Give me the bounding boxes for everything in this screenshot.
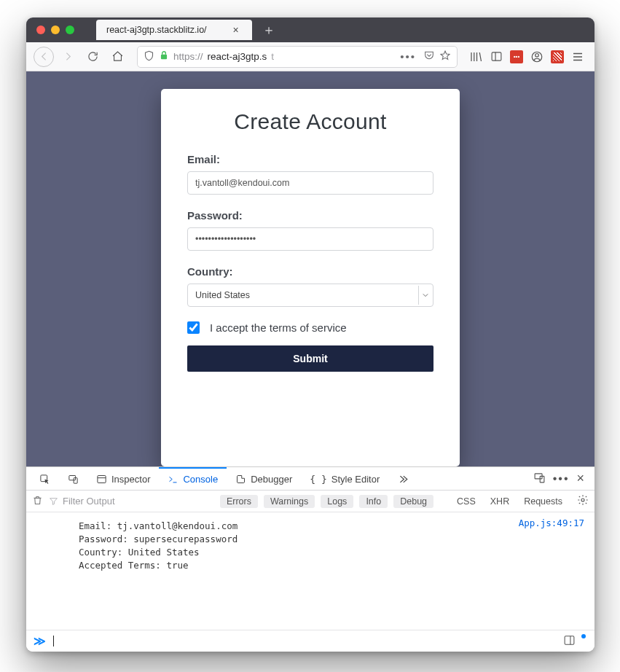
chevron-down-icon[interactable] (418, 286, 431, 305)
window-close-button[interactable] (36, 26, 45, 34)
terms-label: I accept the terms of service (210, 321, 347, 334)
svg-rect-1 (492, 52, 501, 60)
svg-point-10 (581, 499, 584, 501)
input-caret (53, 636, 54, 646)
svg-point-3 (535, 53, 539, 57)
clear-console-icon[interactable] (32, 495, 43, 508)
extension-lastpass-icon[interactable]: ••• (507, 47, 526, 66)
tab-console[interactable]: Console (159, 467, 227, 490)
tab-style-editor[interactable]: { }Style Editor (301, 467, 388, 490)
notification-dot-icon (581, 634, 586, 638)
page-content: Create Account Email: Password: Country:… (26, 71, 595, 466)
filter-info[interactable]: Info (359, 495, 388, 508)
password-field-group: Password: (187, 209, 433, 251)
more-options-icon[interactable]: ••• (553, 472, 570, 485)
element-picker[interactable] (31, 467, 59, 490)
tab-debugger[interactable]: Debugger (227, 467, 301, 490)
filter-errors[interactable]: Errors (220, 495, 258, 508)
prompt-icon: ≫ (34, 634, 46, 648)
extension-icon[interactable] (548, 47, 567, 66)
toolbar-right: ••• (466, 47, 587, 66)
tabs-overflow-button[interactable] (388, 467, 417, 490)
browser-window: react-aj3gtp.stackblitz.io/ × ＋ https://… (26, 17, 595, 652)
menu-button[interactable] (568, 47, 587, 66)
log-line: Email: tj.vantoll@kendoui.com (79, 520, 583, 533)
responsive-mode-button[interactable] (59, 467, 87, 490)
devtools-tabbar: Inspector Console Debugger { }Style Edit… (26, 467, 595, 491)
split-console-icon[interactable] (563, 634, 576, 649)
svg-rect-7 (98, 476, 106, 483)
email-field-group: Email: (187, 153, 433, 195)
log-line: Accepted Terms: true (79, 559, 583, 572)
filter-css[interactable]: CSS (452, 496, 480, 507)
source-link[interactable]: App.js:49:17 (519, 517, 584, 530)
page-title: Create Account (187, 109, 433, 134)
console-input-row[interactable]: ≫ (26, 630, 595, 652)
log-line: Country: United States (79, 546, 583, 559)
log-line: Password: supersecurepassword (79, 533, 583, 546)
filter-requests[interactable]: Requests (519, 496, 567, 507)
tab-close-icon[interactable]: × (233, 24, 239, 36)
url-rest: t (271, 51, 274, 62)
page-actions-icon[interactable]: ••• (400, 50, 416, 63)
terms-checkbox[interactable] (187, 321, 200, 334)
back-button[interactable] (34, 47, 54, 67)
dock-side-icon[interactable] (533, 472, 546, 486)
email-input[interactable] (187, 171, 433, 195)
country-select[interactable]: United States (187, 284, 433, 307)
signup-card: Create Account Email: Password: Country:… (161, 89, 460, 466)
tab-inspector[interactable]: Inspector (87, 467, 159, 490)
devtools-close-icon[interactable]: × (576, 471, 584, 486)
new-tab-button[interactable]: ＋ (259, 20, 278, 39)
password-label: Password: (187, 209, 433, 222)
filter-warnings[interactable]: Warnings (264, 495, 315, 508)
shield-icon[interactable] (144, 50, 154, 63)
filter-debug[interactable]: Debug (393, 495, 433, 508)
svg-rect-11 (565, 636, 574, 644)
sidebar-icon[interactable] (487, 47, 506, 66)
traffic-lights (36, 26, 74, 34)
email-label: Email: (187, 153, 433, 165)
devtools: Inspector Console Debugger { }Style Edit… (26, 466, 595, 652)
library-icon[interactable] (466, 47, 485, 66)
tab-title: react-aj3gtp.stackblitz.io/ (106, 25, 207, 35)
browser-toolbar: https://react-aj3gtp.st ••• ••• (26, 42, 595, 71)
tab-bar: react-aj3gtp.stackblitz.io/ × ＋ (26, 17, 595, 42)
filter-logs[interactable]: Logs (321, 495, 353, 508)
filter-input[interactable]: Filter Output (49, 496, 115, 507)
bookmark-star-icon[interactable] (439, 50, 451, 63)
browser-tab[interactable]: react-aj3gtp.stackblitz.io/ × (96, 20, 252, 40)
password-input[interactable] (187, 227, 433, 251)
terms-row: I accept the terms of service (187, 321, 433, 334)
country-value: United States (195, 290, 418, 300)
url-protocol: https:// (173, 51, 203, 62)
console-output: App.js:49:17 Email: tj.vantoll@kendoui.c… (26, 512, 595, 630)
country-label: Country: (187, 265, 433, 278)
lock-icon (159, 50, 169, 63)
address-bar[interactable]: https://react-aj3gtp.st ••• (137, 46, 458, 68)
home-button[interactable] (106, 46, 128, 68)
console-filter-bar: Filter Output Errors Warnings Logs Info … (26, 491, 595, 512)
pocket-icon[interactable] (423, 50, 435, 63)
window-zoom-button[interactable] (66, 26, 74, 34)
url-host: react-aj3gtp.s (208, 51, 267, 62)
reload-button[interactable] (82, 46, 103, 68)
submit-button[interactable]: Submit (187, 345, 433, 372)
forward-button[interactable] (57, 46, 79, 68)
country-field-group: Country: United States (187, 265, 433, 307)
window-minimize-button[interactable] (51, 26, 60, 34)
filter-xhr[interactable]: XHR (486, 496, 514, 507)
account-icon[interactable] (527, 47, 546, 66)
gear-icon[interactable] (577, 494, 589, 508)
svg-rect-0 (161, 55, 167, 59)
